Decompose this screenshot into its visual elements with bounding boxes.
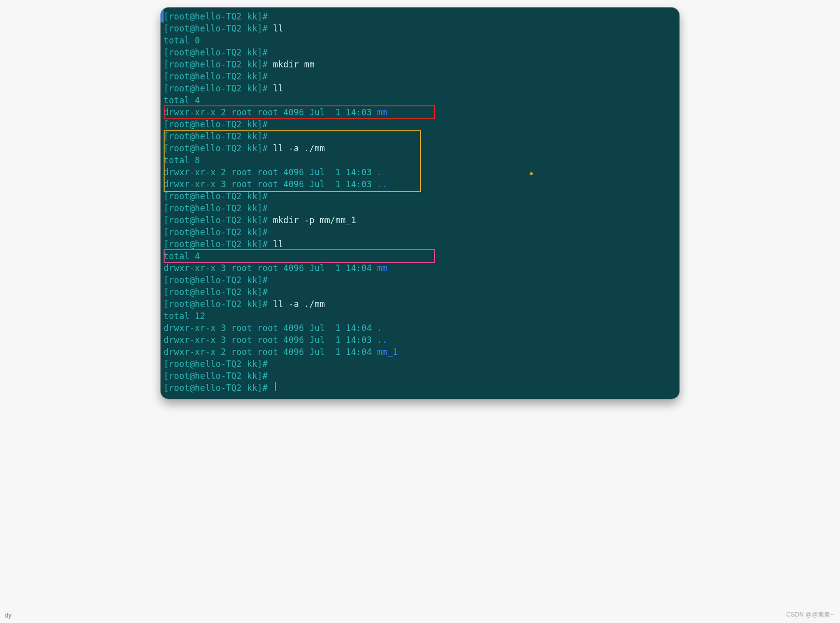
terminal-line: [root@hello-TQ2 kk]# (163, 202, 677, 214)
decorative-dot (530, 172, 533, 175)
ls-entry: drwxr-xr-x 2 root root 4096 Jul 1 14:03 (164, 166, 377, 178)
terminal-output[interactable]: [root@hello-TQ2 kk]# [root@hello-TQ2 kk]… (161, 7, 679, 399)
terminal-line: drwxr-xr-x 3 root root 4096 Jul 1 14:03 … (163, 178, 677, 190)
terminal-line: [root@hello-TQ2 kk]# (163, 226, 677, 238)
terminal-window: [root@hello-TQ2 kk]# [root@hello-TQ2 kk]… (161, 7, 679, 399)
terminal-line: [root@hello-TQ2 kk]# (163, 382, 677, 394)
command-text: mkdir -p mm/mm_1 (273, 214, 356, 226)
terminal-line: [root@hello-TQ2 kk]# mkdir mm (163, 58, 677, 70)
terminal-line: [root@hello-TQ2 kk]# (163, 370, 677, 382)
prompt-text: [root@hello-TQ2 kk]# (164, 370, 273, 382)
terminal-line: drwxr-xr-x 3 root root 4096 Jul 1 14:04 … (163, 262, 677, 274)
output-text: total 4 (164, 250, 200, 262)
ls-entry: drwxr-xr-x 2 root root 4096 Jul 1 14:03 (164, 106, 377, 118)
ls-entry: drwxr-xr-x 3 root root 4096 Jul 1 14:04 (164, 262, 377, 274)
command-text: ll (273, 238, 283, 250)
directory-name: . (377, 166, 382, 178)
prompt-text: [root@hello-TQ2 kk]# (164, 298, 273, 310)
directory-name: mm_1 (377, 346, 398, 358)
prompt-text: [root@hello-TQ2 kk]# (164, 118, 273, 130)
prompt-text: [root@hello-TQ2 kk]# (164, 286, 273, 298)
prompt-text: [root@hello-TQ2 kk]# (164, 58, 273, 70)
terminal-line: [root@hello-TQ2 kk]# (163, 118, 677, 130)
terminal-line: [root@hello-TQ2 kk]# (163, 358, 677, 370)
prompt-text: [root@hello-TQ2 kk]# (164, 22, 273, 34)
terminal-line: [root@hello-TQ2 kk]# ll -a ./mm (163, 142, 677, 154)
output-text: total 0 (164, 34, 200, 46)
terminal-line: drwxr-xr-x 2 root root 4096 Jul 1 14:03 … (163, 106, 677, 118)
terminal-line: drwxr-xr-x 3 root root 4096 Jul 1 14:03 … (163, 334, 677, 346)
prompt-text: [root@hello-TQ2 kk]# (164, 142, 273, 154)
command-text: mkdir mm (273, 58, 314, 70)
prompt-text: [root@hello-TQ2 kk]# (164, 274, 273, 286)
ls-entry: drwxr-xr-x 3 root root 4096 Jul 1 14:03 (164, 178, 377, 190)
terminal-line: [root@hello-TQ2 kk]# mkdir -p mm/mm_1 (163, 214, 677, 226)
terminal-line: [root@hello-TQ2 kk]# (163, 46, 677, 58)
terminal-line: [root@hello-TQ2 kk]# (163, 286, 677, 298)
watermark: CSDN @@素素~ (786, 611, 834, 619)
prompt-text: [root@hello-TQ2 kk]# (164, 358, 273, 370)
output-text: total 4 (164, 94, 200, 106)
command-text: ll (273, 22, 283, 34)
ls-entry: drwxr-xr-x 3 root root 4096 Jul 1 14:04 (164, 322, 377, 334)
status-text: dy (5, 612, 11, 619)
terminal-line: total 4 (163, 94, 677, 106)
directory-name: . (377, 322, 382, 334)
directory-name: .. (377, 334, 388, 346)
terminal-line: total 4 (163, 250, 677, 262)
output-text: total 8 (164, 154, 200, 166)
prompt-text: [root@hello-TQ2 kk]# (164, 46, 273, 58)
prompt-text: [root@hello-TQ2 kk]# (164, 238, 273, 250)
terminal-line: [root@hello-TQ2 kk]# ll (163, 22, 677, 34)
terminal-line: total 0 (163, 34, 677, 46)
prompt-text: [root@hello-TQ2 kk]# (164, 190, 273, 202)
terminal-line: [root@hello-TQ2 kk]# (163, 70, 677, 82)
prompt-text: [root@hello-TQ2 kk]# (164, 226, 273, 238)
sidebar-active-indicator (161, 7, 164, 22)
ls-entry: drwxr-xr-x 2 root root 4096 Jul 1 14:04 (164, 346, 377, 358)
terminal-line: [root@hello-TQ2 kk]# (163, 10, 677, 22)
terminal-line: drwxr-xr-x 2 root root 4096 Jul 1 14:03 … (163, 166, 677, 178)
terminal-line: [root@hello-TQ2 kk]# ll (163, 238, 677, 250)
prompt-text: [root@hello-TQ2 kk]# (164, 214, 273, 226)
ls-entry: drwxr-xr-x 3 root root 4096 Jul 1 14:03 (164, 334, 377, 346)
prompt-text: [root@hello-TQ2 kk]# (164, 382, 273, 394)
command-text: ll -a ./mm (273, 142, 325, 154)
terminal-line: [root@hello-TQ2 kk]# ll (163, 82, 677, 94)
terminal-line: drwxr-xr-x 2 root root 4096 Jul 1 14:04 … (163, 346, 677, 358)
terminal-line: [root@hello-TQ2 kk]# (163, 130, 677, 142)
terminal-line: [root@hello-TQ2 kk]# (163, 274, 677, 286)
terminal-line: drwxr-xr-x 3 root root 4096 Jul 1 14:04 … (163, 322, 677, 334)
prompt-text: [root@hello-TQ2 kk]# (164, 130, 273, 142)
terminal-line: [root@hello-TQ2 kk]# ll -a ./mm (163, 298, 677, 310)
cursor (275, 382, 276, 391)
prompt-text: [root@hello-TQ2 kk]# (164, 82, 273, 94)
terminal-line: [root@hello-TQ2 kk]# (163, 190, 677, 202)
terminal-line: total 12 (163, 310, 677, 322)
directory-name: mm (377, 262, 388, 274)
terminal-line: total 8 (163, 154, 677, 166)
prompt-text: [root@hello-TQ2 kk]# (164, 10, 273, 22)
directory-name: mm (377, 106, 388, 118)
prompt-text: [root@hello-TQ2 kk]# (164, 202, 273, 214)
prompt-text: [root@hello-TQ2 kk]# (164, 70, 273, 82)
directory-name: .. (377, 178, 388, 190)
command-text: ll (273, 82, 283, 94)
output-text: total 12 (164, 310, 205, 322)
command-text: ll -a ./mm (273, 298, 325, 310)
